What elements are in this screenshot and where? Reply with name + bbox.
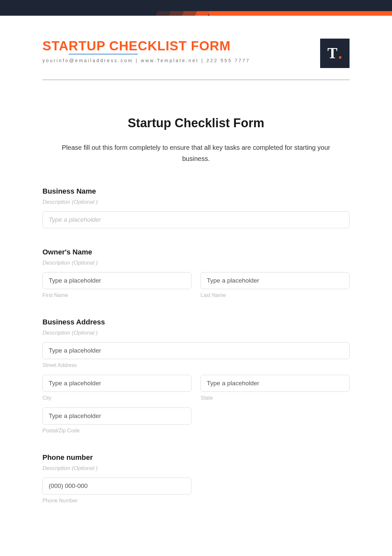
logo-letter: T [327,46,337,61]
field-description: Description (Optional ) [42,465,350,472]
zip-sublabel: Postal/Zip Code [42,428,191,434]
field-phone: Phone number Description (Optional ) Pho… [42,453,350,504]
first-name-sublabel: First Name [42,292,191,298]
field-business-name: Business Name Description (Optional ) [42,187,350,228]
first-name-input[interactable] [42,272,191,289]
last-name-sublabel: Last Name [201,292,350,298]
top-bar [0,0,392,16]
zip-input[interactable] [42,408,191,425]
contact-line: yourinfo@emailaddress.com | www.Template… [42,58,350,63]
document-header: STARTUP CHECKLIST FORM yourinfo@emailadd… [0,16,392,70]
form-content: Startup Checklist Form Please fill out t… [0,80,392,536]
city-sublabel: City [42,395,191,401]
field-label: Business Name [42,187,350,196]
field-description: Description (Optional ) [42,260,350,266]
field-label: Phone number [42,453,350,462]
field-business-address: Business Address Description (Optional )… [42,318,350,434]
brand-title-prefix: STA [42,39,69,53]
state-sublabel: State [201,395,350,401]
brand-logo: T. [320,39,350,68]
field-owner-name: Owner's Name Description (Optional ) Fir… [42,248,350,298]
phone-input[interactable] [42,478,191,495]
city-input[interactable] [42,375,191,392]
street-address-input[interactable] [42,342,350,359]
form-intro: Please fill out this form completely to … [49,142,343,164]
field-label: Business Address [42,318,350,326]
brand-title: STARTUP CHECKLIST FORM [42,39,231,53]
field-description: Description (Optional ) [42,199,350,205]
state-input[interactable] [201,375,350,392]
accent-strip [209,11,392,16]
brand-title-suffix: CKLIST FORM [138,39,231,53]
form-title: Startup Checklist Form [42,116,350,130]
last-name-input[interactable] [201,272,350,289]
business-name-input[interactable] [42,211,350,228]
street-sublabel: Street Address [42,362,350,368]
logo-dot: . [338,46,342,61]
accent-skew [195,11,210,16]
phone-sublabel: Phone Number [42,498,191,504]
field-label: Owner's Name [42,248,350,256]
field-description: Description (Optional ) [42,330,350,336]
brand-title-underlined: RTUP CHE [69,39,138,55]
